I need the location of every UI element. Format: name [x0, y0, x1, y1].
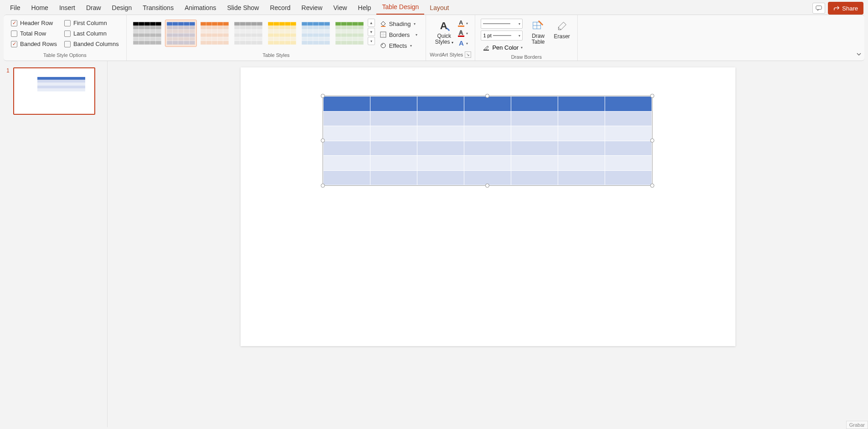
table-cell[interactable] [558, 97, 605, 112]
table-cell[interactable] [417, 141, 464, 156]
table-cell[interactable] [323, 111, 370, 126]
check-total-row[interactable]: Total Row [11, 30, 57, 37]
tab-table-design[interactable]: Table Design [376, 0, 424, 15]
table-cell[interactable] [323, 126, 370, 141]
table-cell[interactable] [417, 170, 464, 185]
check-banded-rows[interactable]: Banded Rows [11, 41, 57, 47]
tab-layout[interactable]: Layout [424, 1, 454, 15]
resize-handle-nw[interactable] [321, 94, 325, 98]
table-cell[interactable] [511, 97, 558, 112]
table-cell[interactable] [464, 141, 511, 156]
text-outline-button[interactable]: A▾ [457, 29, 468, 38]
table-cell[interactable] [464, 111, 511, 126]
table-cell[interactable] [605, 156, 652, 171]
tab-home[interactable]: Home [26, 1, 54, 15]
pen-style-combo[interactable]: ▾ [481, 19, 523, 29]
share-button[interactable]: Share [828, 2, 863, 15]
tab-help[interactable]: Help [353, 1, 377, 15]
gallery-more[interactable]: ▾ [368, 37, 375, 45]
table-cell[interactable] [370, 156, 417, 171]
gallery-scroll-down[interactable]: ▼ [368, 28, 375, 36]
pen-color-button[interactable]: Pen Color ▾ [481, 42, 524, 52]
table-cell[interactable] [323, 156, 370, 171]
table-style-swatch-0[interactable] [131, 20, 163, 47]
tab-animations[interactable]: Animations [179, 1, 221, 15]
table-style-swatch-5[interactable] [300, 20, 332, 47]
table-style-swatch-1[interactable] [165, 20, 197, 47]
resize-handle-w[interactable] [321, 138, 325, 143]
resize-handle-sw[interactable] [321, 184, 325, 188]
table-cell[interactable] [464, 170, 511, 185]
effects-button[interactable]: Effects ▾ [377, 41, 421, 51]
table-cell[interactable] [370, 111, 417, 126]
table-cell[interactable] [417, 97, 464, 112]
tab-review[interactable]: Review [296, 1, 328, 15]
table-cell[interactable] [511, 156, 558, 171]
comments-button[interactable] [812, 3, 825, 14]
slide-thumbnail-panel[interactable]: 1 [0, 61, 108, 427]
tab-insert[interactable]: Insert [54, 1, 81, 15]
tab-slideshow[interactable]: Slide Show [221, 1, 264, 15]
table-cell[interactable] [558, 111, 605, 126]
resize-handle-e[interactable] [650, 138, 654, 143]
table-cell[interactable] [558, 170, 605, 185]
tab-design[interactable]: Design [107, 1, 138, 15]
check-first-column[interactable]: First Column [64, 20, 119, 26]
quick-styles-button[interactable]: A QuickStyles ▾ [432, 17, 456, 47]
collapse-ribbon-button[interactable] [856, 51, 862, 58]
table-cell[interactable] [370, 170, 417, 185]
table-cell[interactable] [464, 156, 511, 171]
borders-button[interactable]: Borders ▾ [377, 30, 421, 40]
status-recording[interactable]: Grabar [846, 421, 868, 429]
slide-canvas[interactable] [241, 67, 735, 346]
resize-handle-se[interactable] [650, 184, 654, 188]
table-cell[interactable] [464, 126, 511, 141]
table-cell[interactable] [558, 126, 605, 141]
table-cell[interactable] [511, 170, 558, 185]
table-style-swatch-2[interactable] [199, 20, 231, 47]
resize-handle-ne[interactable] [650, 94, 654, 98]
table-cell[interactable] [464, 97, 511, 112]
table-cell[interactable] [323, 170, 370, 185]
slide-canvas-area[interactable] [108, 61, 868, 427]
gallery-scroll-up[interactable]: ▲ [368, 19, 375, 27]
draw-table-button[interactable]: DrawTable [526, 17, 550, 47]
tab-file[interactable]: File [5, 1, 26, 15]
table-cell[interactable] [558, 156, 605, 171]
text-fill-button[interactable]: A▾ [457, 19, 468, 28]
check-banded-columns[interactable]: Banded Columns [64, 41, 119, 47]
table-cell[interactable] [511, 126, 558, 141]
check-header-row[interactable]: Header Row [11, 20, 57, 26]
table-style-swatch-3[interactable] [232, 20, 264, 47]
tab-draw[interactable]: Draw [81, 1, 107, 15]
table-cell[interactable] [558, 141, 605, 156]
table-cell[interactable] [370, 97, 417, 112]
text-effects-button[interactable]: A▾ [457, 39, 468, 48]
table-cell[interactable] [370, 141, 417, 156]
pen-weight-combo[interactable]: 1 pt ▾ [481, 31, 523, 41]
table-cell[interactable] [323, 141, 370, 156]
shading-button[interactable]: Shading ▾ [377, 19, 421, 29]
table-cell[interactable] [605, 111, 652, 126]
tab-view[interactable]: View [328, 1, 353, 15]
wordart-dialog-launcher[interactable]: ↘ [465, 51, 471, 58]
table-cell[interactable] [323, 97, 370, 112]
table-cell[interactable] [417, 126, 464, 141]
table-style-swatch-6[interactable] [334, 20, 365, 47]
table-style-swatch-4[interactable] [266, 20, 298, 47]
slide-thumbnail-1[interactable] [13, 67, 95, 115]
table-cell[interactable] [605, 126, 652, 141]
table-cell[interactable] [511, 111, 558, 126]
resize-handle-s[interactable] [485, 184, 489, 188]
table-cell[interactable] [605, 141, 652, 156]
resize-handle-n[interactable] [485, 94, 489, 98]
eraser-button[interactable]: Eraser [550, 17, 574, 41]
table-cell[interactable] [417, 111, 464, 126]
tab-transitions[interactable]: Transitions [137, 1, 179, 15]
table-cell[interactable] [370, 126, 417, 141]
table-cell[interactable] [417, 156, 464, 171]
check-last-column[interactable]: Last Column [64, 30, 119, 37]
table-cell[interactable] [605, 170, 652, 185]
tab-record[interactable]: Record [264, 1, 296, 15]
table-cell[interactable] [605, 97, 652, 112]
